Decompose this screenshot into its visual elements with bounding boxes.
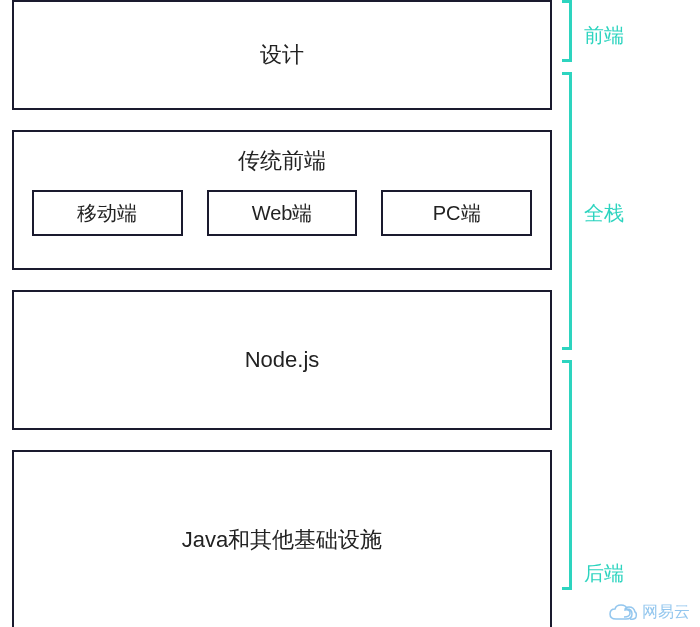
block-traditional-frontend: 传统前端 移动端 Web端 PC端 <box>12 130 552 270</box>
block-design: 设计 <box>12 0 552 110</box>
block-nodejs: Node.js <box>12 290 552 430</box>
block-infra-title: Java和其他基础设施 <box>182 525 382 555</box>
sub-block-web: Web端 <box>207 190 358 236</box>
frontend-sub-row: 移动端 Web端 PC端 <box>32 190 532 236</box>
bracket-fullstack-label: 全栈 <box>584 200 624 227</box>
block-frontend-title: 传统前端 <box>238 146 326 176</box>
bracket-frontend-label: 前端 <box>584 22 624 49</box>
architecture-diagram: 设计 传统前端 移动端 Web端 PC端 Node.js Java和其他基础设施 <box>12 0 552 627</box>
sub-block-mobile: 移动端 <box>32 190 183 236</box>
block-nodejs-title: Node.js <box>245 347 320 373</box>
bracket-frontend <box>562 0 572 62</box>
watermark: 网易云 <box>608 602 690 623</box>
cloud-icon <box>608 603 638 623</box>
watermark-text: 网易云 <box>642 602 690 623</box>
block-design-title: 设计 <box>260 40 304 70</box>
block-infra: Java和其他基础设施 <box>12 450 552 627</box>
bracket-backend <box>562 360 572 590</box>
bracket-fullstack <box>562 72 572 350</box>
sub-block-pc: PC端 <box>381 190 532 236</box>
bracket-backend-label: 后端 <box>584 560 624 587</box>
